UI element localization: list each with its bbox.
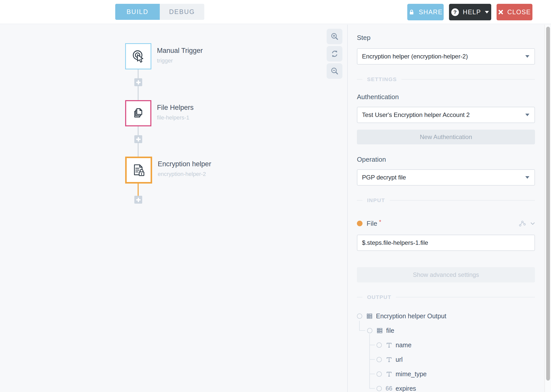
authentication-heading: Authentication [357, 93, 535, 101]
share-label: SHARE [419, 8, 443, 16]
number-type-icon: 66 [386, 385, 392, 392]
output-node-radio[interactable] [367, 328, 372, 333]
step-box-file-helpers[interactable] [125, 100, 151, 126]
required-mark: * [379, 219, 381, 225]
object-type-icon [376, 327, 383, 334]
output-node-row: url [376, 356, 535, 363]
scrollbar-thumb[interactable] [546, 27, 550, 381]
chevron-down-icon[interactable] [530, 222, 535, 225]
add-step-button[interactable] [134, 196, 142, 204]
output-node-radio[interactable] [376, 371, 382, 377]
zoom-out-icon [330, 67, 339, 75]
output-node-row: 66 expires [376, 385, 535, 392]
step-box-manual-trigger[interactable] [125, 43, 151, 69]
mode-tabs: BUILD DEBUG [115, 4, 204, 20]
output-node-label: Encryption helper Output [376, 312, 446, 320]
operation-select-value: PGP decrypt file [362, 174, 525, 181]
plus-icon [134, 78, 142, 86]
zoom-in-icon [330, 32, 339, 41]
output-node-row: name [376, 341, 535, 349]
question-icon: ? [451, 8, 459, 16]
object-type-icon [366, 313, 373, 319]
step-title: Encryption helper [158, 160, 211, 168]
zoom-in-button[interactable] [327, 29, 342, 44]
step-box-encryption-helper[interactable] [125, 157, 152, 184]
workflow-builder: BUILD DEBUG SHARE ? HELP [0, 0, 551, 392]
encryption-helper-icon [131, 163, 146, 177]
connect-data-icon[interactable] [519, 220, 526, 227]
panel-scrollbar[interactable] [544, 25, 551, 392]
new-authentication-button[interactable]: New Authentication [357, 130, 535, 144]
step-node-manual-trigger: Manual Trigger trigger [125, 43, 203, 69]
step-id: trigger [157, 57, 203, 64]
output-divider: OUTPUT [357, 294, 535, 300]
connector-line [138, 86, 139, 100]
authentication-select[interactable]: Test User's Encryption helper Account 2 [357, 107, 535, 123]
connector-line [138, 143, 139, 157]
string-type-icon [386, 356, 392, 363]
tree-guide [369, 388, 375, 389]
settings-section-label: SETTINGS [367, 76, 397, 82]
caret-down-icon [525, 55, 529, 58]
operation-select[interactable]: PGP decrypt file [357, 169, 535, 186]
step-select[interactable]: Encryption helper (encryption-helper-2) [357, 48, 535, 65]
workflow-canvas[interactable]: Manual Trigger trigger [0, 25, 348, 392]
close-button[interactable]: CLOSE [497, 4, 532, 20]
step-title: File Helpers [157, 104, 194, 112]
file-field-row: File * [357, 219, 535, 228]
tree-guide [369, 374, 375, 374]
step-id: encryption-helper-2 [158, 171, 211, 177]
zoom-out-button[interactable] [327, 63, 342, 79]
add-step-button[interactable] [134, 135, 142, 143]
plus-icon [134, 135, 142, 143]
header-actions: SHARE ? HELP CLOSE [407, 4, 532, 20]
tab-debug[interactable]: DEBUG [160, 4, 204, 20]
canvas-zoom-controls [327, 29, 342, 79]
output-node-radio[interactable] [376, 357, 382, 362]
connector-line [138, 69, 139, 78]
output-node-label: mime_type [396, 370, 427, 378]
file-input[interactable] [357, 235, 535, 251]
input-section-label: INPUT [367, 197, 385, 203]
settings-divider: SETTINGS [357, 76, 535, 82]
reset-view-button[interactable] [327, 46, 342, 62]
share-button[interactable]: SHARE [407, 4, 444, 20]
close-label: CLOSE [507, 8, 531, 16]
top-bar: BUILD DEBUG SHARE ? HELP [0, 0, 551, 24]
step-section-heading: Step [357, 34, 535, 41]
plus-icon [134, 196, 142, 204]
string-type-icon [386, 371, 392, 377]
input-divider: INPUT [357, 197, 535, 203]
step-config-panel: Step Encryption helper (encryption-helpe… [348, 25, 551, 392]
caret-down-icon [525, 114, 529, 116]
output-node-radio[interactable] [376, 386, 382, 391]
step-node-encryption-helper: Encryption helper encryption-helper-2 [125, 157, 211, 184]
file-field-label: File [367, 220, 377, 228]
manual-trigger-icon [131, 49, 146, 64]
output-node-row: mime_type [376, 370, 535, 378]
string-type-icon [386, 342, 392, 348]
output-node-row: file [367, 327, 535, 334]
output-node-row: Encryption helper Output [357, 312, 535, 320]
tree-guide [369, 334, 370, 389]
show-advanced-settings-button[interactable]: Show advanced settings [357, 267, 535, 282]
authentication-select-value: Test User's Encryption helper Account 2 [362, 111, 525, 118]
step-title: Manual Trigger [157, 47, 203, 55]
tree-guide [359, 330, 365, 331]
output-node-radio[interactable] [357, 313, 362, 319]
operation-heading: Operation [357, 156, 535, 163]
tab-build[interactable]: BUILD [115, 4, 160, 20]
file-helpers-icon [131, 106, 146, 121]
help-button[interactable]: ? HELP [449, 4, 491, 20]
output-node-label: expires [396, 385, 416, 392]
tree-guide [369, 359, 375, 360]
output-node-label: url [396, 356, 403, 363]
output-tree: Encryption helper Output file [357, 312, 535, 392]
help-label: HELP [463, 8, 481, 16]
output-node-radio[interactable] [376, 342, 382, 348]
add-step-button[interactable] [134, 78, 142, 86]
step-select-value: Encryption helper (encryption-helper-2) [362, 53, 525, 60]
close-x-icon [498, 9, 503, 15]
output-section-label: OUTPUT [367, 294, 391, 300]
caret-down-icon [525, 176, 529, 179]
